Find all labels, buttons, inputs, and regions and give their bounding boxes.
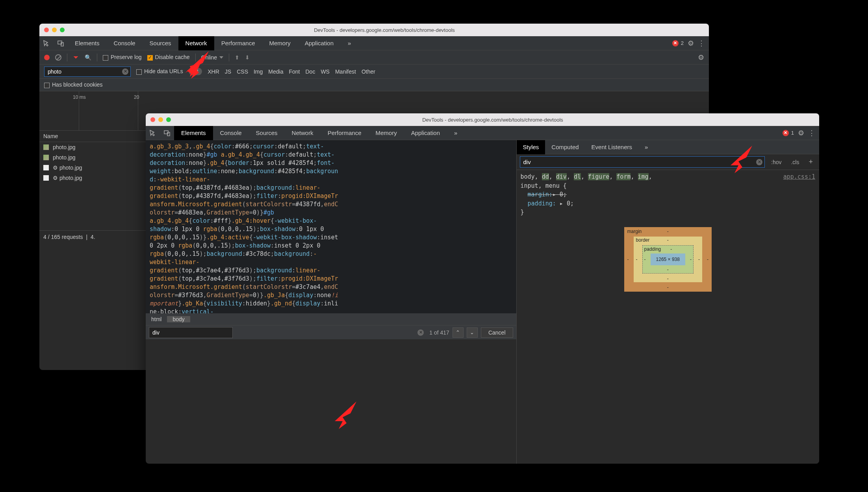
breadcrumb-body[interactable]: body xyxy=(167,316,190,322)
tab-network[interactable]: Network xyxy=(178,36,214,50)
error-number: 1 xyxy=(791,130,794,136)
filter-input[interactable] xyxy=(44,67,131,77)
tabs-overflow-icon[interactable]: » xyxy=(638,140,654,154)
tab-memory[interactable]: Memory xyxy=(262,36,298,50)
tab-sources[interactable]: Sources xyxy=(249,126,285,140)
download-icon[interactable]: ⬇ xyxy=(245,54,250,61)
window-title: DevTools - developers.google.com/web/too… xyxy=(171,117,814,123)
tab-performance[interactable]: Performance xyxy=(321,126,369,140)
tab-application[interactable]: Application xyxy=(404,126,447,140)
tab-application[interactable]: Application xyxy=(298,36,341,50)
error-number: 2 xyxy=(681,40,684,46)
box-model-size: 1265 × 938 xyxy=(651,253,685,265)
filter-toggle-icon[interactable]: ⏷ xyxy=(73,54,79,61)
filter-type-xhr[interactable]: XHR xyxy=(208,68,219,75)
filter-type-other[interactable]: Other xyxy=(362,68,375,75)
inspect-icon[interactable] xyxy=(146,126,160,140)
tab-network[interactable]: Network xyxy=(285,126,321,140)
filter-type-ws[interactable]: WS xyxy=(321,68,330,75)
traffic-lights xyxy=(44,28,65,32)
maximize-icon[interactable] xyxy=(166,117,171,122)
close-icon[interactable] xyxy=(44,28,49,32)
find-next-icon[interactable]: ⌄ xyxy=(467,327,478,338)
throttling-dropdown[interactable]: Online xyxy=(201,54,223,61)
tab-elements[interactable]: Elements xyxy=(174,126,213,140)
clear-find-icon[interactable]: ✕ xyxy=(417,329,424,336)
tabs-overflow-icon[interactable]: » xyxy=(447,126,464,140)
css-source[interactable]: a.gb_3.gb_3,.gb_4{color:#666;cursor:defa… xyxy=(146,140,516,313)
box-model: margin - - - - border - - - - padding xyxy=(517,219,820,300)
breadcrumb-html[interactable]: html xyxy=(146,316,167,322)
tab-memory[interactable]: Memory xyxy=(369,126,404,140)
clear-filter-icon[interactable]: ✕ xyxy=(122,68,128,75)
kebab-icon[interactable]: ⋮ xyxy=(694,39,709,48)
file-icon xyxy=(43,155,49,160)
hide-data-urls-checkbox[interactable]: Hide data URLs xyxy=(136,68,183,74)
error-count[interactable]: ✕ 1 xyxy=(783,130,794,136)
clear-icon[interactable] xyxy=(55,54,61,61)
minimize-icon[interactable] xyxy=(52,28,57,32)
styles-filter-input[interactable] xyxy=(520,156,765,168)
search-icon[interactable]: 🔍 xyxy=(85,54,91,61)
filter-type-doc[interactable]: Doc xyxy=(305,68,315,75)
main-tabs: Elements Console Sources Network Perform… xyxy=(146,126,819,140)
add-rule-icon[interactable]: + xyxy=(805,158,816,166)
filter-type-all[interactable]: All xyxy=(189,68,202,75)
padding-label: padding xyxy=(644,246,661,252)
styles-tab-computed[interactable]: Computed xyxy=(545,140,585,154)
selector-match: form xyxy=(616,173,631,180)
file-name: photo.jpg xyxy=(53,144,76,150)
close-icon[interactable] xyxy=(150,117,155,122)
tab-console[interactable]: Console xyxy=(107,36,143,50)
filter-type-img[interactable]: Img xyxy=(254,68,263,75)
blocked-cookies-checkbox[interactable]: Has blocked cookies xyxy=(44,81,102,88)
maximize-icon[interactable] xyxy=(60,28,65,32)
device-toggle-icon[interactable] xyxy=(54,36,68,50)
selector-text: body, xyxy=(521,173,542,180)
minimize-icon[interactable] xyxy=(158,117,163,122)
styles-tab-listeners[interactable]: Event Listeners xyxy=(585,140,638,154)
network-settings-icon[interactable]: ⚙ xyxy=(698,53,704,62)
titlebar: DevTools - developers.google.com/web/too… xyxy=(146,113,819,126)
tab-elements[interactable]: Elements xyxy=(68,36,107,50)
elements-source-panel: a.gb_3.gb_3,.gb_4{color:#666;cursor:defa… xyxy=(146,140,516,464)
gear-icon[interactable]: ⚙ xyxy=(798,129,804,137)
hov-button[interactable]: :hov xyxy=(768,159,785,165)
file-icon xyxy=(43,175,49,181)
file-name: photo.jpg xyxy=(53,154,76,161)
tab-performance[interactable]: Performance xyxy=(214,36,262,50)
filter-type-css[interactable]: CSS xyxy=(237,68,248,75)
disable-cache-label: Disable cache xyxy=(155,54,190,60)
blocked-cookies-label: Has blocked cookies xyxy=(52,81,102,88)
styles-tab-styles[interactable]: Styles xyxy=(517,140,545,154)
selector-text: input, menu { xyxy=(521,182,567,189)
device-toggle-icon[interactable] xyxy=(160,126,174,140)
record-icon[interactable] xyxy=(44,55,50,60)
request-count: 4 / 165 requests xyxy=(43,234,83,240)
error-icon: ✕ xyxy=(672,40,679,46)
style-rules[interactable]: app.css:1 body, dd, div, dl, figure, for… xyxy=(517,170,820,219)
filter-type-media[interactable]: Media xyxy=(268,68,283,75)
cancel-button[interactable]: Cancel xyxy=(481,327,513,338)
styles-tabs: Styles Computed Event Listeners » xyxy=(517,140,820,154)
gear-icon[interactable]: ⚙ xyxy=(688,39,694,48)
filter-bar: ✕ Hide data URLs All XHR JS CSS Img Medi… xyxy=(39,65,709,79)
file-icon xyxy=(43,144,49,150)
filter-type-font[interactable]: Font xyxy=(289,68,300,75)
disable-cache-checkbox[interactable]: Disable cache xyxy=(147,54,190,60)
filter-type-manifest[interactable]: Manifest xyxy=(335,68,356,75)
source-link[interactable]: app.css:1 xyxy=(783,172,815,181)
inspect-icon[interactable] xyxy=(39,36,54,50)
cls-button[interactable]: .cls xyxy=(788,159,802,165)
kebab-icon[interactable]: ⋮ xyxy=(804,129,819,137)
tabs-overflow-icon[interactable]: » xyxy=(341,36,358,50)
tab-console[interactable]: Console xyxy=(213,126,249,140)
preserve-log-checkbox[interactable]: Preserve log xyxy=(103,54,142,60)
upload-icon[interactable]: ⬆ xyxy=(235,54,239,61)
find-prev-icon[interactable]: ⌃ xyxy=(453,327,464,338)
tab-sources[interactable]: Sources xyxy=(143,36,178,50)
filter-type-js[interactable]: JS xyxy=(225,68,231,75)
error-count[interactable]: ✕ 2 xyxy=(672,40,684,46)
find-input[interactable] xyxy=(149,327,233,338)
clear-styles-filter-icon[interactable]: ✕ xyxy=(756,159,762,165)
